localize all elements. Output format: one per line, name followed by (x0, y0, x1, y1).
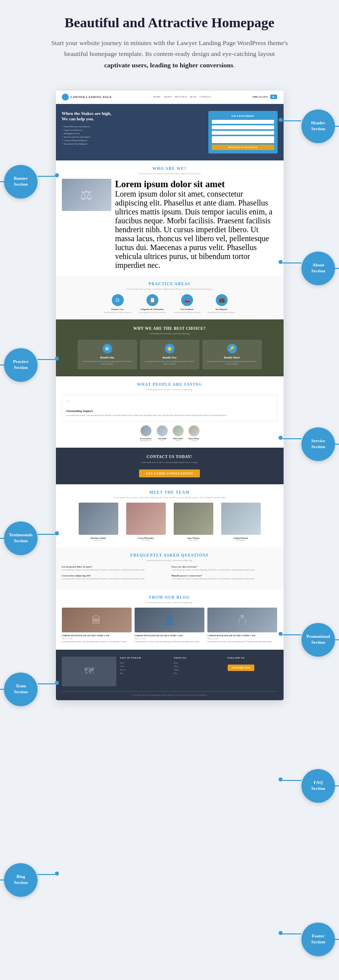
service-card-desc-3: Lorem ipsum dolor sit amet consectetur a… (205, 361, 259, 365)
mock-blog-section: FROM OUR BLOG Lorem ipsum dolor sit amet… (56, 589, 284, 649)
faq-col-left: Lorem ipsum dolor sit amet? Lorem ipsum … (62, 566, 168, 584)
footer-bottom: © Copyright 2024 Lawyer Landing Page. La… (62, 691, 278, 696)
testimonials-subtitle: Lorem ipsum dolor sit amet, consectetur … (62, 388, 278, 391)
connector-line-practice (38, 359, 55, 360)
footer-copyright: © Copyright 2024 Lawyer Landing Page. La… (62, 694, 278, 696)
connector-dot-footer (279, 931, 283, 935)
about-title: WHO ARE WE? (62, 166, 278, 171)
faq-a-1: Lorem ipsum dolor sit amet, consectetur … (62, 569, 168, 571)
practice-label-tax: Tax Disputes (207, 308, 237, 310)
blog-card-3: 💍 LOREM IPSUM DOLOR SIT MET SOME CASE Ma… (207, 608, 277, 643)
connector-line-about (283, 262, 301, 263)
quote-text: Lorem ipsum dolor sit amet, consectetur … (66, 414, 273, 417)
faq-q-2: Consectetur adipiscing elit? (62, 574, 168, 577)
team-img-2 (126, 503, 166, 535)
connector-dot-blog (55, 872, 59, 876)
nav-home: HOME (153, 96, 161, 98)
footer-visit-3: Practice (174, 669, 224, 672)
promo-cta-btn[interactable]: GET A FREE CONSULTATION (139, 469, 200, 477)
avatar-img-3 (173, 425, 184, 436)
footer-col-title-links: GET IN TOUCH (120, 657, 170, 659)
practice-desc-tax: Lorem ipsum dolor sit amet consectetur (207, 311, 237, 313)
label-blog-section: BlogSection (4, 863, 38, 897)
avatar-img-1 (141, 425, 151, 436)
faq-item-3: Fusce nec dui vel lectus? Lorem ipsum do… (172, 566, 278, 571)
service-card-title-2: Benefit Two (143, 356, 196, 359)
service-title: WHY WE ARE THE BEST CHOICE? (62, 326, 278, 331)
about-image: ⚖ (62, 179, 111, 211)
nav-cta-btn[interactable]: ▶ (270, 95, 277, 99)
about-content-text: Lorem ipsum dolor sit amet, consectetur … (115, 190, 278, 270)
blog-post-title-1: LOREM IPSUM DOLOR SIT MET SOME CASE (62, 634, 132, 637)
banner-list-item: Legal Case Reviews (62, 128, 112, 132)
service-card-icon-2: ⭐ (165, 344, 175, 354)
page-header-section: Beautiful and Attractive Homepage Start … (0, 0, 339, 81)
footer-link-3: Practice (120, 669, 170, 672)
team-card-4: Sophia Khamel Tax Manager (219, 503, 263, 541)
quote-title: Outstanding Support (66, 410, 273, 413)
connector-line-banner (38, 176, 55, 177)
footer-subscribe-btn[interactable]: SUBSCRIBE NOW (228, 665, 254, 671)
connector-line-blog (38, 874, 55, 875)
connector-dot-service (279, 436, 283, 440)
promo-title: CONTACT US TODAY! (62, 455, 278, 459)
form-submit-btn[interactable]: REQUEST A CALL BACK (212, 145, 274, 150)
label-practice-section: PracticeSection (4, 348, 38, 382)
form-field-phone[interactable] (212, 131, 274, 135)
quote-block: " Outstanding Support Lorem ipsum dolor … (62, 395, 278, 421)
mock-team-section: MEET THE TEAM Lorem ipsum dolor sit amet… (56, 484, 284, 547)
blog-title: FROM OUR BLOG (62, 595, 278, 600)
connector-line-header (283, 120, 301, 121)
faq-item-1: Lorem ipsum dolor sit amet? Lorem ipsum … (62, 566, 168, 571)
practice-item-finance: ⚖ Finance Law Lorem ipsum dolor sit amet… (103, 294, 133, 313)
service-card-title-1: Benefit One (81, 356, 134, 359)
nav-links: HOME ABOUT PRACTICE BLOG CONTACT (153, 96, 211, 98)
faq-item-4: Blandit posuere consectetur? Lorem ipsum… (172, 574, 278, 580)
faq-subtitle: Lorem ipsum dolor sit amet, consectetur … (62, 559, 278, 562)
footer-map: 🗺 (62, 657, 116, 686)
mock-navbar: LAWYER LANDING PAGE HOME ABOUT PRACTICE … (56, 91, 284, 104)
mock-about-section: WHO ARE WE? Lorem ipsum dolor sit amet, … (56, 160, 284, 276)
banner-list-item: Services and Tax Advisement (62, 135, 112, 139)
testimonial-avatars: Jessica Gardner Marketing Director John … (62, 425, 278, 442)
mock-promo-section: CONTACT US TODAY! Lorem ipsum dolor sit … (56, 448, 284, 484)
faq-a-3: Lorem ipsum dolor sit amet, consectetur … (172, 569, 278, 571)
form-field-message[interactable] (212, 136, 274, 143)
blog-card-2: 👤 LOREM IPSUM DOLOR SIT MET SOME CASE Ma… (135, 608, 204, 643)
practice-desc-litigation: Lorem ipsum dolor sit amet consectetur (138, 311, 167, 313)
practice-desc-accidents: Lorem ipsum dolor sit amet consectetur (172, 311, 202, 313)
faq-content: Lorem ipsum dolor sit amet? Lorem ipsum … (62, 566, 278, 584)
form-field-email[interactable] (212, 125, 274, 129)
banner-form: Get a Free Quote! REQUEST A CALL BACK (208, 111, 278, 154)
blog-img-2: 👤 (135, 608, 204, 632)
label-footer-section: FooterSection (301, 923, 335, 956)
form-title: Get a Free Quote! (212, 114, 274, 117)
team-role-3: Trial Lawyer (171, 539, 216, 541)
description-text-2: . (233, 61, 235, 69)
mock-testimonials-section: WHAT PEOPLE ARE SAYING Lorem ipsum dolor… (56, 376, 284, 448)
banner-text: When the Stakes are high,We can help you… (62, 111, 112, 146)
connector-line-faq (283, 780, 301, 781)
practice-label-finance: Finance Law (103, 308, 133, 310)
quote-icon: " (66, 399, 273, 408)
blog-subtitle: Lorem ipsum dolor sit amet, consectetur … (62, 601, 278, 604)
about-subtitle: Lorem ipsum dolor sit amet, consectetur … (62, 172, 278, 175)
avatar-role-1: Marketing Director (140, 440, 151, 442)
avatar-4: Emma Wilson Consultant (189, 425, 199, 442)
blog-img-1: 🏛 (62, 608, 132, 632)
form-field-name[interactable] (212, 120, 274, 124)
banner-list-item: Immigration Law (62, 132, 112, 135)
connector-dot-promo (279, 632, 283, 636)
team-card-3: Anay Shatiya Trial Lawyer (171, 503, 216, 541)
mock-banner-section: When the Stakes are high,We can help you… (56, 104, 284, 160)
connector-dot-faq (279, 777, 283, 781)
faq-q-1: Lorem ipsum dolor sit amet? (62, 566, 168, 568)
connector-line-team (38, 683, 55, 684)
service-card-desc-2: Lorem ipsum dolor sit amet consectetur a… (143, 361, 196, 365)
blog-excerpt-2: Lorem ipsum dolor sit amet, consectetur … (135, 641, 204, 643)
blog-post-title-3: LOREM IPSUM DOLOR SIT MET SOME CASE (207, 634, 277, 637)
footer-top: 🗺 GET IN TOUCH Home About Practice Blog … (62, 657, 278, 686)
promo-subtitle: Lorem ipsum dolor sit amet, consectetur … (62, 461, 278, 464)
practice-label-litigation: Litigation & Arbitration (138, 308, 167, 310)
logo-text: LAWYER LANDING PAGE (71, 96, 112, 99)
